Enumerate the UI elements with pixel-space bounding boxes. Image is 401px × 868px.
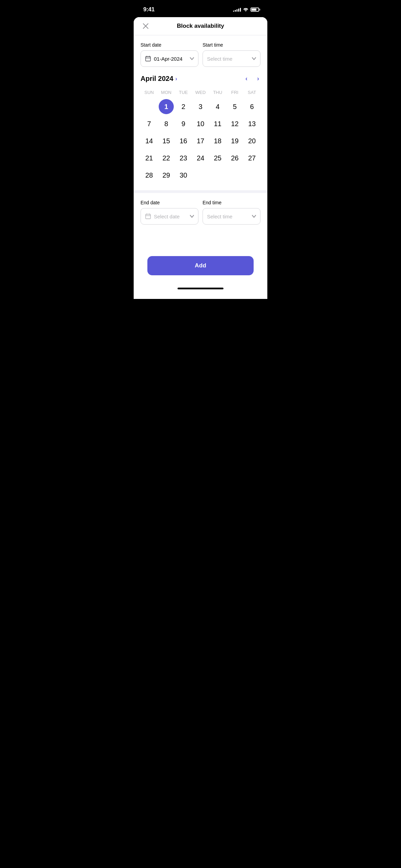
- table-row[interactable]: 20: [243, 133, 260, 149]
- end-time-placeholder: Select time: [207, 214, 232, 219]
- weekday-mon: MON: [158, 88, 175, 97]
- end-time-chevron: [252, 214, 256, 219]
- table-row[interactable]: 30: [175, 167, 192, 183]
- day-number-10: 10: [193, 116, 208, 131]
- wifi-icon: [243, 7, 248, 12]
- table-row[interactable]: 12: [226, 116, 243, 132]
- table-row[interactable]: 15: [158, 133, 175, 149]
- day-number-6: 6: [244, 99, 259, 114]
- end-date-group: End date Select date: [141, 200, 198, 225]
- start-date-select[interactable]: 01-Apr-2024: [141, 50, 198, 67]
- start-date-chevron: [190, 56, 194, 61]
- calendar-weekdays: SUN MON TUE WED THU FRI SAT: [141, 88, 260, 97]
- table-row[interactable]: 4: [209, 98, 226, 115]
- calendar-icon: [145, 56, 151, 62]
- calendar-nav: April 2024 › ‹ ›: [141, 67, 260, 88]
- table-row[interactable]: 26: [226, 150, 243, 166]
- day-number-20: 20: [244, 133, 259, 148]
- day-number-4: 4: [210, 99, 225, 114]
- status-time: 9:41: [143, 6, 155, 13]
- end-date-label: End date: [141, 200, 198, 205]
- weekday-sun: SUN: [141, 88, 158, 97]
- table-row[interactable]: 19: [226, 133, 243, 149]
- day-number-19: 19: [227, 133, 242, 148]
- table-row[interactable]: 11: [209, 116, 226, 132]
- weekday-fri: FRI: [226, 88, 243, 97]
- add-button-section: Add: [134, 252, 267, 282]
- start-time-select[interactable]: Select time: [203, 50, 260, 67]
- day-number-27: 27: [244, 150, 259, 166]
- svg-rect-6: [146, 214, 150, 219]
- day-number-26: 26: [227, 150, 242, 166]
- table-row[interactable]: 8: [158, 116, 175, 132]
- day-number-14: 14: [142, 133, 157, 148]
- end-calendar-icon: [145, 213, 151, 219]
- day-number-2: 2: [176, 99, 191, 114]
- day-number-1: 1: [159, 99, 174, 114]
- table-row[interactable]: 28: [141, 167, 158, 183]
- table-row[interactable]: 29: [158, 167, 175, 183]
- day-empty: [141, 98, 158, 115]
- day-number-5: 5: [227, 99, 242, 114]
- calendar-nav-arrows: ‹ ›: [244, 74, 260, 84]
- sheet-title: Block availability: [177, 23, 224, 29]
- table-row[interactable]: 25: [209, 150, 226, 166]
- table-row[interactable]: 17: [192, 133, 209, 149]
- weekday-wed: WED: [192, 88, 209, 97]
- end-time-label: End time: [203, 200, 260, 205]
- day-number-23: 23: [176, 150, 191, 166]
- home-indicator: [178, 288, 223, 289]
- prev-month-button[interactable]: ‹: [244, 74, 249, 84]
- table-row[interactable]: 27: [243, 150, 260, 166]
- close-button[interactable]: [141, 21, 151, 31]
- calendar-section: April 2024 › ‹ › SUN MON TUE WED THU FRI…: [134, 67, 267, 190]
- start-time-placeholder: Select time: [207, 56, 232, 62]
- table-row[interactable]: 18: [209, 133, 226, 149]
- table-row[interactable]: 10: [192, 116, 209, 132]
- calendar-grid: SUN MON TUE WED THU FRI SAT 1 2 3 4 5 6: [141, 88, 260, 183]
- table-row[interactable]: 2: [175, 98, 192, 115]
- table-row[interactable]: 16: [175, 133, 192, 149]
- phone-container: 9:41: [134, 0, 267, 299]
- table-row[interactable]: 21: [141, 150, 158, 166]
- start-date-value: 01-Apr-2024: [154, 56, 182, 62]
- end-date-select[interactable]: Select date: [141, 208, 198, 225]
- weekday-thu: THU: [209, 88, 226, 97]
- weekday-tue: TUE: [175, 88, 192, 97]
- table-row[interactable]: 13: [243, 116, 260, 132]
- day-number-9: 9: [176, 116, 191, 131]
- day-number-25: 25: [210, 150, 225, 166]
- table-row[interactable]: 22: [158, 150, 175, 166]
- section-divider: [134, 190, 267, 193]
- day-number-29: 29: [159, 168, 174, 183]
- calendar-days: 1 2 3 4 5 6 7 8 9 10 11 12 13 14 15: [141, 98, 260, 183]
- table-row[interactable]: 24: [192, 150, 209, 166]
- svg-rect-2: [146, 57, 150, 61]
- day-number-28: 28: [142, 168, 157, 183]
- day-empty: [226, 167, 243, 183]
- start-date-group: Start date 01-Apr-2024: [141, 42, 198, 67]
- day-empty: [209, 167, 226, 183]
- next-month-button[interactable]: ›: [256, 74, 260, 84]
- table-row[interactable]: 14: [141, 133, 158, 149]
- home-indicator-bar: [134, 282, 267, 299]
- day-number-12: 12: [227, 116, 242, 131]
- table-row[interactable]: 5: [226, 98, 243, 115]
- month-expand-icon[interactable]: ›: [175, 76, 177, 82]
- day-number-7: 7: [142, 116, 157, 131]
- day-number-21: 21: [142, 150, 157, 166]
- table-row[interactable]: 1: [158, 98, 175, 115]
- table-row[interactable]: 6: [243, 98, 260, 115]
- table-row[interactable]: 23: [175, 150, 192, 166]
- table-row[interactable]: 7: [141, 116, 158, 132]
- table-row[interactable]: 3: [192, 98, 209, 115]
- end-time-select[interactable]: Select time: [203, 208, 260, 225]
- table-row[interactable]: 9: [175, 116, 192, 132]
- day-number-8: 8: [159, 116, 174, 131]
- month-label: April 2024: [141, 75, 173, 83]
- end-date-time-row: End date Select date: [134, 193, 267, 225]
- day-number-18: 18: [210, 133, 225, 148]
- add-button[interactable]: Add: [147, 256, 254, 275]
- day-number-16: 16: [176, 133, 191, 148]
- start-date-time-row: Start date 01-Apr-2024: [134, 35, 267, 67]
